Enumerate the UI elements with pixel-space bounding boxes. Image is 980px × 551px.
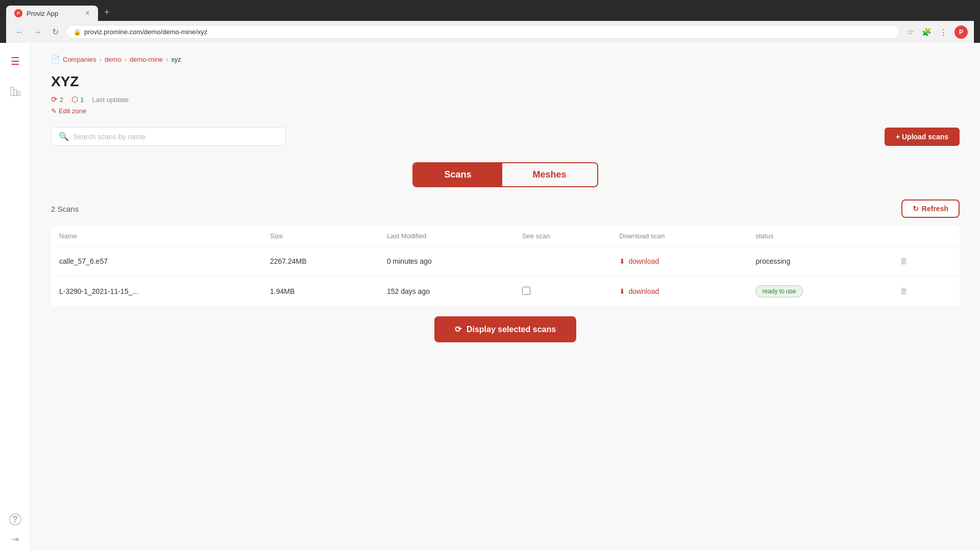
search-input[interactable] bbox=[73, 133, 278, 141]
download-icon: ⬇ bbox=[619, 287, 625, 295]
active-tab[interactable]: P Proviz App × bbox=[6, 6, 98, 21]
bookmark-star-button[interactable]: ☆ bbox=[904, 26, 917, 39]
breadcrumb-demo-mine[interactable]: demo-mine bbox=[130, 56, 163, 63]
cell-delete: 🗑 bbox=[888, 246, 960, 277]
cell-size: 2267.24MB bbox=[262, 246, 379, 277]
cell-last-modified: 0 minutes ago bbox=[379, 246, 514, 277]
search-icon: 🔍 bbox=[59, 132, 69, 141]
download-icon: ⬇ bbox=[619, 257, 625, 265]
model-count-item: ⬡ 1 bbox=[71, 95, 84, 104]
scans-table: Name Size Last Modified See scan Downloa… bbox=[51, 226, 960, 306]
breadcrumb-sep2: › bbox=[125, 56, 127, 63]
tabs-container: Scans Meshes bbox=[51, 162, 960, 187]
url-text: proviz.promine.com/demo/demo-mine/xyz bbox=[84, 28, 207, 36]
edit-zone-link[interactable]: ✎ Edit zone bbox=[51, 107, 960, 115]
back-button[interactable]: ← bbox=[12, 26, 27, 39]
col-header-see: See scan bbox=[514, 226, 611, 246]
download-link[interactable]: ⬇download bbox=[619, 287, 739, 295]
tab-title: Proviz App bbox=[27, 10, 58, 17]
col-header-download: Download scan bbox=[611, 226, 747, 246]
display-scans-label: Display selected scans bbox=[467, 325, 556, 334]
cell-download: ⬇download bbox=[611, 246, 747, 277]
col-header-modified: Last Modified bbox=[379, 226, 514, 246]
main-content: 📄 Companies › demo › demo-mine › xyz XYZ… bbox=[31, 43, 980, 551]
help-icon[interactable]: ? bbox=[9, 513, 21, 525]
page-title: XYZ bbox=[51, 73, 960, 90]
svg-rect-0 bbox=[10, 87, 13, 96]
lock-icon: 🔒 bbox=[74, 29, 81, 36]
profile-avatar[interactable]: P bbox=[954, 26, 968, 39]
address-bar[interactable]: 🔒 proviz.promine.com/demo/demo-mine/xyz bbox=[66, 25, 900, 39]
scans-count: 2 Scans bbox=[51, 205, 79, 213]
table-row: L-3290-1_2021-11-15_...1.94MB152 days ag… bbox=[51, 277, 960, 307]
tab-close-button[interactable]: × bbox=[85, 9, 90, 18]
extensions-button[interactable]: 🧩 bbox=[919, 26, 935, 39]
cell-name: L-3290-1_2021-11-15_... bbox=[51, 277, 262, 307]
sidebar-bottom: ? ⇥ bbox=[9, 513, 21, 545]
scan-count-item: ⟳ 2 bbox=[51, 95, 63, 104]
breadcrumb-sep1: › bbox=[100, 56, 102, 63]
reload-button[interactable]: ↻ bbox=[49, 25, 62, 39]
col-header-status: status bbox=[747, 226, 887, 246]
col-header-name: Name bbox=[51, 226, 262, 246]
svg-rect-1 bbox=[14, 89, 17, 95]
see-scan-checkbox[interactable] bbox=[522, 287, 530, 295]
cell-status: ready to use bbox=[747, 277, 887, 307]
app-container: ☰ ? ⇥ 📄 Companies › demo › demo-mine › x… bbox=[0, 43, 980, 551]
scan-icon: ⟳ bbox=[51, 95, 58, 104]
cell-status: processing bbox=[747, 246, 887, 277]
breadcrumb-demo[interactable]: demo bbox=[105, 56, 121, 63]
table-body: calle_57_6.e572267.24MB0 minutes ago⬇dow… bbox=[51, 246, 960, 307]
col-header-actions bbox=[888, 226, 960, 246]
table-header-row: Name Size Last Modified See scan Downloa… bbox=[51, 226, 960, 246]
refresh-label: Refresh bbox=[922, 205, 948, 213]
cell-name: calle_57_6.e57 bbox=[51, 246, 262, 277]
browser-toolbar: ← → ↻ 🔒 proviz.promine.com/demo/demo-min… bbox=[6, 21, 974, 43]
tabs: Scans Meshes bbox=[412, 162, 598, 187]
browser-chrome: P Proviz App × + ← → ↻ 🔒 proviz.promine.… bbox=[0, 0, 980, 43]
breadcrumb-current: xyz bbox=[171, 56, 181, 63]
scans-actions-row: 2 Scans ↻ Refresh bbox=[51, 199, 960, 218]
display-selected-scans-button[interactable]: ⟳ Display selected scans bbox=[434, 316, 576, 342]
cell-see-scan bbox=[514, 277, 611, 307]
display-scans-icon: ⟳ bbox=[455, 324, 461, 334]
upload-scans-button[interactable]: + Upload scans bbox=[885, 128, 960, 146]
menu-button[interactable]: ⋮ bbox=[937, 26, 950, 39]
cell-size: 1.94MB bbox=[262, 277, 379, 307]
cell-delete: 🗑 bbox=[888, 277, 960, 307]
delete-button[interactable]: 🗑 bbox=[896, 285, 912, 298]
edit-zone-text: Edit zone bbox=[59, 107, 86, 115]
breadcrumb-companies[interactable]: Companies bbox=[63, 56, 96, 63]
tab-meshes[interactable]: Meshes bbox=[502, 163, 597, 186]
table-header: Name Size Last Modified See scan Downloa… bbox=[51, 226, 960, 246]
meta-row: ⟳ 2 ⬡ 1 Last uptdate bbox=[51, 95, 960, 104]
breadcrumb-sep3: › bbox=[166, 56, 168, 63]
download-link[interactable]: ⬇download bbox=[619, 257, 739, 265]
toolbar-actions: ☆ 🧩 ⋮ bbox=[904, 26, 950, 39]
col-header-size: Size bbox=[262, 226, 379, 246]
sidebar: ☰ ? ⇥ bbox=[0, 43, 31, 551]
forward-button[interactable]: → bbox=[31, 26, 45, 39]
display-scans-bar: ⟳ Display selected scans bbox=[51, 306, 960, 347]
breadcrumb-icon: 📄 bbox=[51, 55, 60, 63]
model-icon: ⬡ bbox=[71, 95, 78, 104]
breadcrumb: 📄 Companies › demo › demo-mine › xyz bbox=[51, 55, 960, 63]
search-upload-row: 🔍 + Upload scans bbox=[51, 127, 960, 146]
new-tab-button[interactable]: + bbox=[99, 4, 115, 21]
svg-rect-2 bbox=[17, 92, 19, 95]
analytics-icon[interactable] bbox=[6, 82, 25, 104]
cell-last-modified: 152 days ago bbox=[379, 277, 514, 307]
cell-see-scan bbox=[514, 246, 611, 277]
table-row: calle_57_6.e572267.24MB0 minutes ago⬇dow… bbox=[51, 246, 960, 277]
logout-icon[interactable]: ⇥ bbox=[11, 534, 19, 545]
cell-download: ⬇download bbox=[611, 277, 747, 307]
search-box[interactable]: 🔍 bbox=[51, 127, 286, 146]
tab-scans[interactable]: Scans bbox=[413, 163, 502, 186]
browser-tabs: P Proviz App × + bbox=[6, 4, 974, 21]
refresh-button[interactable]: ↻ Refresh bbox=[901, 199, 960, 218]
status-badge: ready to use bbox=[755, 285, 802, 297]
refresh-icon: ↻ bbox=[913, 205, 919, 213]
delete-button[interactable]: 🗑 bbox=[896, 255, 912, 268]
sidebar-menu-icon[interactable]: ☰ bbox=[7, 51, 24, 71]
edit-zone-icon: ✎ bbox=[51, 107, 57, 115]
